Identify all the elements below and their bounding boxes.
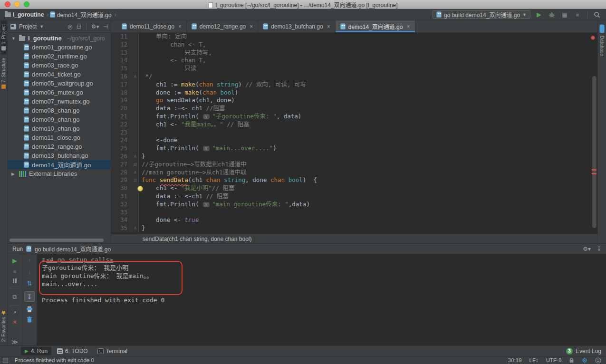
project-tree-item[interactable]: demo05_waitgroup.go <box>8 79 111 88</box>
hide-panel-icon[interactable]: ⊣ <box>103 23 108 30</box>
context-signature[interactable]: sendData(ch1 chan string, done chan bool… <box>143 236 251 242</box>
event-log-label[interactable]: Event Log <box>576 348 601 354</box>
code-line[interactable]: 35∧} <box>111 224 597 232</box>
code-line[interactable]: 13 只支持写, <box>111 49 597 57</box>
project-tree-item[interactable]: demo04_ticket.go <box>8 70 111 79</box>
code-line[interactable]: 20 data :=<- ch1 //阻塞 <box>111 105 597 113</box>
sidebar-item-favorites[interactable]: 2: Favorites <box>0 306 7 345</box>
sidebar-item-project[interactable]: 1: Project <box>0 20 7 54</box>
dock-icon[interactable]: ↧ <box>596 246 601 252</box>
line-separator-indicator[interactable]: LF↕ <box>529 357 539 363</box>
horizontal-scrollbar[interactable] <box>10 239 104 242</box>
run-panel-title[interactable]: Run <box>12 246 23 252</box>
project-tree-item[interactable]: demo09_chan.go <box>8 115 111 124</box>
project-panel-title[interactable]: Project <box>19 23 37 30</box>
gear-icon[interactable]: ⚙ <box>582 357 587 364</box>
project-tree-root[interactable]: ▼l_goroutine~/go/src/l_goro <box>8 34 111 43</box>
pin-icon[interactable] <box>12 311 18 314</box>
breadcrumb-project[interactable]: l_goroutine <box>13 11 44 18</box>
run-configuration-select[interactable]: go build demo14_双向通道.go ▼ <box>433 10 530 19</box>
project-tree-item[interactable]: demo13_bufchan.go <box>8 151 111 160</box>
locate-file-icon[interactable]: ◎ <box>67 23 72 30</box>
code-line[interactable]: 23 <box>111 129 597 137</box>
editor-scrollbar[interactable] <box>592 76 596 228</box>
toolwindow-terminal-button[interactable]: ›_ Terminal <box>94 347 131 355</box>
project-tree-item[interactable]: demo10_chan.go <box>8 124 111 133</box>
encoding-indicator[interactable]: UTF-8 <box>546 357 562 363</box>
code-line[interactable]: 16∧ */ <box>111 73 597 81</box>
external-libraries-node[interactable]: ▶External Libraries <box>8 169 111 178</box>
code-line[interactable]: 26∧} <box>111 153 597 161</box>
editor-tab[interactable]: demo13_bufchan.go× <box>258 20 335 32</box>
breadcrumb-file[interactable]: demo14_双向通道.go <box>57 10 112 19</box>
stop-process-button[interactable]: ■ <box>13 268 17 274</box>
code-line[interactable]: 30 ch1 <- "我是小明"// 阻塞 <box>111 184 597 192</box>
editor-tab[interactable]: demo12_range.go× <box>187 20 258 32</box>
close-tab-icon[interactable]: × <box>250 23 253 30</box>
status-square-icon[interactable] <box>3 358 8 363</box>
code-line[interactable]: 11 单向: 定向 <box>111 33 597 41</box>
pause-output-button[interactable] <box>13 278 17 283</box>
show-running-list-icon[interactable]: ⧉ <box>12 293 17 301</box>
project-tree-item[interactable]: demo07_rwmutex.go <box>8 97 111 106</box>
console-fold-line[interactable]: ⊞<4 go setup calls> <box>42 256 606 264</box>
editor-tab[interactable]: demo11_close.go× <box>117 20 187 32</box>
collapse-all-icon[interactable]: ⊟ <box>77 23 81 30</box>
close-tab-icon[interactable]: × <box>406 23 410 30</box>
close-panel-icon[interactable]: × <box>13 318 17 326</box>
down-stack-trace-icon[interactable]: ↓ <box>28 268 31 276</box>
code-line[interactable]: 21 fmt.Println( a:"子goroutine传来: ", data… <box>111 113 597 121</box>
code-line[interactable]: 28∧//main goroutine—>从ch1通道中取 <box>111 169 597 177</box>
soft-wrap-icon[interactable]: ⇅ <box>27 280 32 287</box>
clear-all-icon[interactable] <box>27 316 32 323</box>
expand-fold-icon[interactable]: ⊞ <box>42 257 45 263</box>
debug-button[interactable] <box>548 10 556 19</box>
code-line[interactable]: 18 done := make(chan bool) <box>111 89 597 97</box>
code-line[interactable]: 24 <-done <box>111 136 597 144</box>
stop-button[interactable]: ■ <box>573 10 582 19</box>
console-output[interactable]: ⊞<4 go setup calls> 子goroutine传来： 我是小明ma… <box>37 254 606 345</box>
code-line[interactable]: 19 go sendData(ch1, done) <box>111 96 597 105</box>
event-log-area[interactable]: 3 Event Log <box>566 348 601 354</box>
code-line[interactable]: 14 <- chan T, <box>111 57 597 65</box>
code-line[interactable]: 27⊟//子goroutine—>写数据到ch1通道中 <box>111 161 597 169</box>
project-tree-item[interactable]: demo06_mutex.go <box>8 88 111 97</box>
code-line[interactable]: 32 fmt.Println( a:"main goroutine传来: ",d… <box>111 201 597 209</box>
chevron-down-icon[interactable]: ▼ <box>39 24 44 29</box>
fold-text[interactable]: <4 go setup calls> <box>46 256 113 263</box>
rerun-button[interactable]: ▶ <box>12 257 17 264</box>
up-stack-trace-icon[interactable]: ↑ <box>28 257 31 264</box>
close-tab-icon[interactable]: × <box>178 23 182 30</box>
code-line[interactable]: 17 ch1 := make(chan string) // 双向, 可读, 可… <box>111 81 597 89</box>
project-tree-item[interactable]: demo12_range.go <box>8 142 111 151</box>
print-icon[interactable] <box>26 306 33 312</box>
run-button[interactable]: ▶ <box>535 10 543 19</box>
gear-icon[interactable]: ⚙▾ <box>583 246 591 252</box>
code-editor[interactable]: 11 单向: 定向12 chan <- T,13 只支持写,14 <- chan… <box>111 33 597 234</box>
scroll-to-end-button[interactable]: ↧ <box>24 291 35 302</box>
code-line[interactable]: 12 chan <- T, <box>111 41 597 49</box>
sidebar-item-structure[interactable]: 7: Structure <box>0 54 7 93</box>
intention-bulb-icon[interactable] <box>132 184 139 192</box>
code-line[interactable]: 34 done <- true <box>111 216 597 224</box>
search-everywhere-icon[interactable] <box>593 10 601 19</box>
close-tab-icon[interactable]: × <box>327 23 330 30</box>
project-tree-item[interactable]: demo02_runtime.go <box>8 52 111 61</box>
project-tree-item[interactable]: demo01_goroutine.go <box>8 43 111 52</box>
toolwindow-todo-button[interactable]: 6: TODO <box>53 347 92 355</box>
project-tree-item[interactable]: demo08_chan.go <box>8 106 111 115</box>
code-line[interactable]: 31 data := <-ch1 // 阻塞 <box>111 192 597 201</box>
code-line[interactable]: 15 只读 <box>111 65 597 73</box>
sidebar-item-database[interactable]: Database <box>599 20 605 60</box>
lock-icon[interactable] <box>569 357 574 363</box>
error-stripe-mark[interactable] <box>592 169 596 171</box>
editor-tab[interactable]: demo14_双向通道.go× <box>336 20 415 32</box>
gear-icon[interactable]: ⚙▾ <box>91 23 99 30</box>
inspection-profile-icon[interactable] <box>595 357 601 364</box>
code-line[interactable]: 22 ch1 <- "我是main。。" // 阻塞 <box>111 121 597 129</box>
code-line[interactable]: 33 <box>111 209 597 217</box>
coverage-button[interactable]: ▦ <box>560 10 569 19</box>
error-indicator-icon[interactable] <box>591 36 595 40</box>
project-tree-item[interactable]: demo11_close.go <box>8 133 111 142</box>
project-tree-item[interactable]: demo14_双向通道.go <box>8 160 111 169</box>
